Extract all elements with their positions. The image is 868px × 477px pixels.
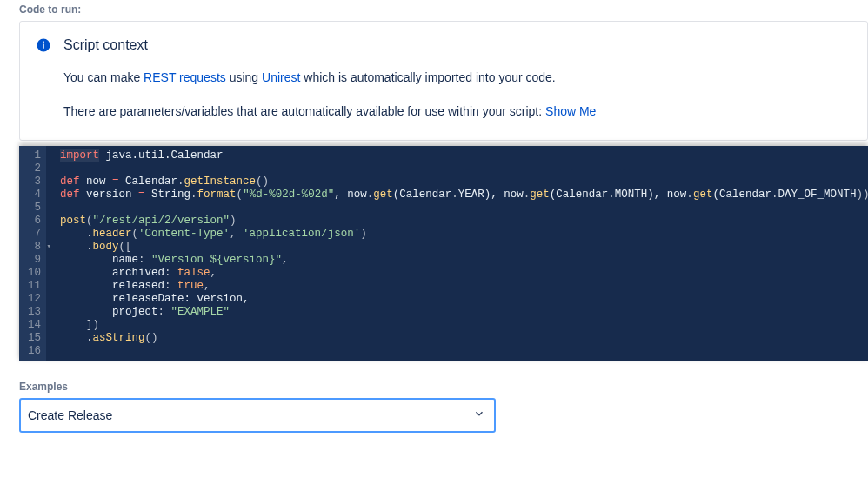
code-line: released: true,: [60, 280, 861, 293]
code-line: [60, 202, 861, 215]
svg-rect-1: [43, 44, 44, 49]
svg-rect-2: [43, 42, 44, 43]
line-number: 2: [28, 162, 41, 176]
code-line: archived: false,: [60, 267, 861, 280]
line-number: 12: [28, 293, 41, 306]
examples-label: Examples: [19, 381, 868, 393]
code-line: import java.util.Calendar: [60, 149, 861, 162]
code-line: .body([: [60, 241, 861, 254]
line-number: 15: [28, 332, 41, 345]
rest-requests-link[interactable]: REST requests: [144, 70, 226, 84]
line-number: 11: [28, 280, 41, 293]
line-number: 10: [28, 267, 41, 280]
examples-select[interactable]: Create Release: [19, 398, 496, 433]
info-header: Script context: [36, 37, 851, 53]
code-content[interactable]: import java.util.Calendar def now = Cale…: [46, 146, 868, 361]
line-number: 16: [28, 345, 41, 358]
code-section-label: Code to run:: [19, 3, 868, 16]
code-line: [60, 162, 861, 176]
info-line-1: You can make REST requests using Unirest…: [63, 69, 851, 87]
code-line: name: "Version ${version}",: [60, 254, 861, 267]
line-number: 6: [28, 215, 41, 228]
info-title: Script context: [63, 37, 148, 53]
code-line: def now = Calendar.getInstance(): [60, 176, 861, 189]
examples-select-value: Create Release: [28, 408, 112, 422]
unirest-link[interactable]: Unirest: [262, 70, 300, 84]
info-icon: [36, 37, 51, 53]
info-line-2: There are parameters/variables that are …: [63, 103, 851, 121]
code-gutter: 12345678910111213141516: [19, 146, 46, 361]
code-line: [60, 345, 861, 358]
code-line: .header('Content-Type', 'application/jso…: [60, 228, 861, 241]
line-number: 14: [28, 319, 41, 332]
line-number: 3: [28, 176, 41, 189]
line-number: 13: [28, 306, 41, 319]
line-number: 5: [28, 202, 41, 215]
line-number: 9: [28, 254, 41, 267]
code-line: releaseDate: version,: [60, 293, 861, 306]
line-number: 7: [28, 228, 41, 241]
line-number: 4: [28, 189, 41, 202]
examples-section: Examples Create Release: [19, 381, 868, 433]
chevron-down-icon: [473, 407, 485, 423]
script-context-panel: Script context You can make REST request…: [19, 21, 868, 141]
code-editor[interactable]: 12345678910111213141516 import java.util…: [19, 146, 868, 361]
code-line: .asString(): [60, 332, 861, 345]
code-line: post("/rest/api/2/version"): [60, 215, 861, 228]
line-number: 8: [28, 241, 41, 254]
line-number: 1: [28, 149, 41, 162]
code-line: def version = String.format("%d-%02d-%02…: [60, 189, 861, 202]
show-me-link[interactable]: Show Me: [545, 104, 596, 118]
code-line: project: "EXAMPLE": [60, 306, 861, 319]
info-body: You can make REST requests using Unirest…: [63, 69, 851, 121]
code-line: ]): [60, 319, 861, 332]
